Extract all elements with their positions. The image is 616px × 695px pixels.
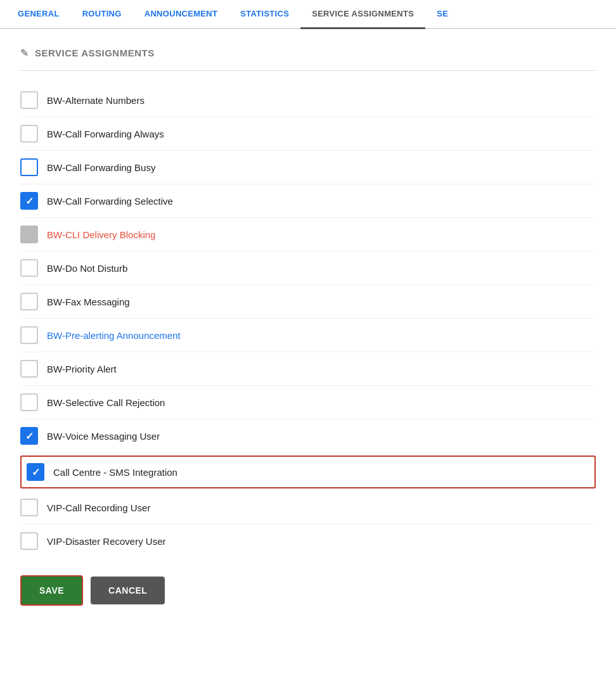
checkbox-bw-cli-delivery-blocking[interactable]	[20, 226, 38, 243]
tab-service-assignments[interactable]: SERVICE ASSIGNMENTS	[300, 0, 425, 29]
service-item-call-centre-sms-integration: Call Centre - SMS Integration	[20, 456, 596, 488]
tab-general[interactable]: GENERAL	[6, 0, 71, 29]
checkbox-bw-priority-alert[interactable]	[20, 360, 38, 378]
checkbox-bw-call-forwarding-busy[interactable]	[20, 158, 38, 176]
checkbox-bw-fax-messaging[interactable]	[20, 293, 38, 310]
service-label-bw-priority-alert: BW-Priority Alert	[47, 364, 117, 374]
tab-statistics[interactable]: STATISTICS	[229, 0, 300, 29]
checkbox-bw-pre-alerting-announcement[interactable]	[20, 326, 38, 344]
service-label-bw-fax-messaging: BW-Fax Messaging	[47, 296, 130, 307]
checkbox-vip-disaster-recovery-user[interactable]	[20, 532, 38, 550]
service-item-bw-pre-alerting-announcement: BW-Pre-alerting Announcement	[20, 319, 596, 352]
section-divider	[20, 70, 596, 71]
service-item-bw-cli-delivery-blocking: BW-CLI Delivery Blocking	[20, 218, 596, 252]
service-item-bw-fax-messaging: BW-Fax Messaging	[20, 285, 596, 319]
service-label-bw-alternate-numbers: BW-Alternate Numbers	[47, 95, 144, 106]
service-item-bw-call-forwarding-selective: BW-Call Forwarding Selective	[20, 184, 596, 218]
service-item-bw-selective-call-rejection: BW-Selective Call Rejection	[20, 386, 596, 419]
service-label-bw-call-forwarding-busy: BW-Call Forwarding Busy	[47, 162, 155, 173]
service-item-vip-call-recording-user: VIP-Call Recording User	[20, 491, 596, 525]
service-list: BW-Alternate NumbersBW-Call Forwarding A…	[20, 84, 596, 558]
save-button[interactable]: SAVE	[20, 575, 83, 606]
service-label-vip-call-recording-user: VIP-Call Recording User	[47, 502, 150, 513]
checkbox-vip-call-recording-user[interactable]	[20, 499, 38, 516]
checkbox-bw-voice-messaging-user[interactable]	[20, 427, 38, 445]
section-header: ✎ SERVICE ASSIGNMENTS	[20, 47, 596, 59]
service-item-bw-call-forwarding-always: BW-Call Forwarding Always	[20, 117, 596, 151]
service-label-bw-do-not-disturb: BW-Do Not Disturb	[47, 263, 127, 274]
tab-announcement[interactable]: ANNOUNCEMENT	[133, 0, 229, 29]
service-item-bw-call-forwarding-busy: BW-Call Forwarding Busy	[20, 151, 596, 184]
tab-routing[interactable]: ROUTING	[71, 0, 133, 29]
tab-se[interactable]: SE	[425, 0, 459, 29]
section-title: SERVICE ASSIGNMENTS	[35, 48, 155, 58]
edit-icon: ✎	[20, 47, 29, 59]
button-row: SAVE CANCEL	[20, 575, 596, 606]
checkbox-bw-do-not-disturb[interactable]	[20, 259, 38, 277]
checkbox-bw-alternate-numbers[interactable]	[20, 91, 38, 109]
service-label-bw-call-forwarding-always: BW-Call Forwarding Always	[47, 129, 164, 139]
service-label-vip-disaster-recovery-user: VIP-Disaster Recovery User	[47, 536, 166, 547]
service-label-bw-call-forwarding-selective: BW-Call Forwarding Selective	[47, 196, 173, 207]
service-item-bw-alternate-numbers: BW-Alternate Numbers	[20, 84, 596, 117]
service-label-bw-selective-call-rejection: BW-Selective Call Rejection	[47, 397, 165, 408]
checkbox-bw-selective-call-rejection[interactable]	[20, 393, 38, 411]
service-item-bw-do-not-disturb: BW-Do Not Disturb	[20, 252, 596, 285]
service-label-call-centre-sms-integration: Call Centre - SMS Integration	[53, 467, 177, 478]
checkbox-bw-call-forwarding-selective[interactable]	[20, 192, 38, 210]
service-label-bw-pre-alerting-announcement: BW-Pre-alerting Announcement	[47, 330, 181, 341]
service-item-bw-priority-alert: BW-Priority Alert	[20, 352, 596, 386]
tab-bar: GENERALROUTINGANNOUNCEMENTSTATISTICSSERV…	[0, 0, 616, 29]
service-item-vip-disaster-recovery-user: VIP-Disaster Recovery User	[20, 525, 596, 558]
cancel-button[interactable]: CANCEL	[91, 577, 165, 604]
service-label-bw-cli-delivery-blocking: BW-CLI Delivery Blocking	[47, 229, 155, 240]
checkbox-bw-call-forwarding-always[interactable]	[20, 125, 38, 143]
checkbox-call-centre-sms-integration[interactable]	[27, 463, 44, 481]
service-item-bw-voice-messaging-user: BW-Voice Messaging User	[20, 419, 596, 453]
service-label-bw-voice-messaging-user: BW-Voice Messaging User	[47, 431, 160, 442]
